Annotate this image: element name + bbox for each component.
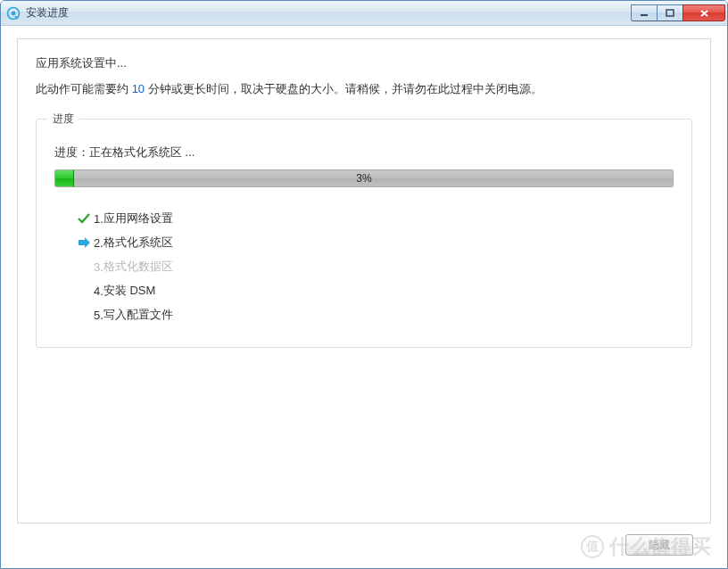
progress-panel: 进度 进度：正在格式化系统区 ... 3% 1. 应用网络设置2. 格式化系统区… bbox=[36, 119, 692, 348]
titlebar: 安装进度 bbox=[1, 1, 727, 26]
desc-post: 分钟或更长时间，取决于硬盘的大小。请稍候，并请勿在此过程中关闭电源。 bbox=[145, 82, 542, 95]
step-label: 安装 DSM bbox=[103, 283, 156, 299]
step-number: 4. bbox=[94, 284, 103, 298]
step-item: 5. 写入配置文件 bbox=[74, 303, 674, 327]
step-item: 2. 格式化系统区 bbox=[74, 231, 674, 255]
content-area: 应用系统设置中... 此动作可能需要约 10 分钟或更长时间，取决于硬盘的大小。… bbox=[1, 26, 727, 568]
close-button[interactable] bbox=[682, 4, 725, 21]
progress-status: 进度：正在格式化系统区 ... bbox=[54, 144, 674, 161]
svg-point-1 bbox=[12, 11, 16, 15]
window-title: 安装进度 bbox=[26, 5, 632, 21]
svg-rect-4 bbox=[666, 10, 674, 16]
progress-legend: 进度 bbox=[47, 111, 79, 127]
status-text: 正在格式化系统区 ... bbox=[89, 145, 194, 159]
progress-bar: 3% bbox=[54, 169, 674, 187]
svg-rect-3 bbox=[641, 14, 648, 16]
status-description: 此动作可能需要约 10 分钟或更长时间，取决于硬盘的大小。请稍候，并请勿在此过程… bbox=[36, 80, 692, 99]
step-number: 2. bbox=[94, 236, 103, 250]
step-number: 3. bbox=[94, 260, 103, 274]
status-prefix: 进度： bbox=[54, 145, 89, 159]
desc-minutes: 10 bbox=[132, 82, 145, 95]
step-label: 格式化数据区 bbox=[103, 259, 173, 275]
app-icon bbox=[6, 6, 21, 21]
window-controls bbox=[632, 4, 725, 21]
step-item: 3. 格式化数据区 bbox=[74, 255, 674, 279]
minimize-button[interactable] bbox=[631, 4, 658, 21]
installer-window: 安装进度 应用系统设置中... 此动作可能需要约 10 分钟或更长时间，取决于硬… bbox=[0, 0, 728, 569]
progress-percent-label: 3% bbox=[55, 170, 673, 186]
inner-panel: 应用系统设置中... 此动作可能需要约 10 分钟或更长时间，取决于硬盘的大小。… bbox=[17, 38, 711, 524]
step-item: 1. 应用网络设置 bbox=[74, 207, 674, 231]
maximize-button[interactable] bbox=[657, 4, 683, 21]
step-label: 写入配置文件 bbox=[103, 307, 173, 323]
desc-pre: 此动作可能需要约 bbox=[36, 82, 132, 95]
steps-list: 1. 应用网络设置2. 格式化系统区3. 格式化数据区4. 安装 DSM5. 写… bbox=[54, 207, 674, 327]
step-item: 4. 安装 DSM bbox=[74, 279, 674, 303]
step-label: 应用网络设置 bbox=[103, 210, 173, 227]
footer: 隐藏 bbox=[17, 524, 711, 556]
step-label: 格式化系统区 bbox=[103, 235, 173, 251]
arrow-right-icon bbox=[74, 235, 94, 250]
check-icon bbox=[74, 211, 94, 226]
status-heading: 应用系统设置中... bbox=[36, 55, 692, 71]
step-number: 1. bbox=[94, 212, 103, 226]
hide-button[interactable]: 隐藏 bbox=[625, 534, 693, 556]
step-number: 5. bbox=[94, 309, 103, 322]
